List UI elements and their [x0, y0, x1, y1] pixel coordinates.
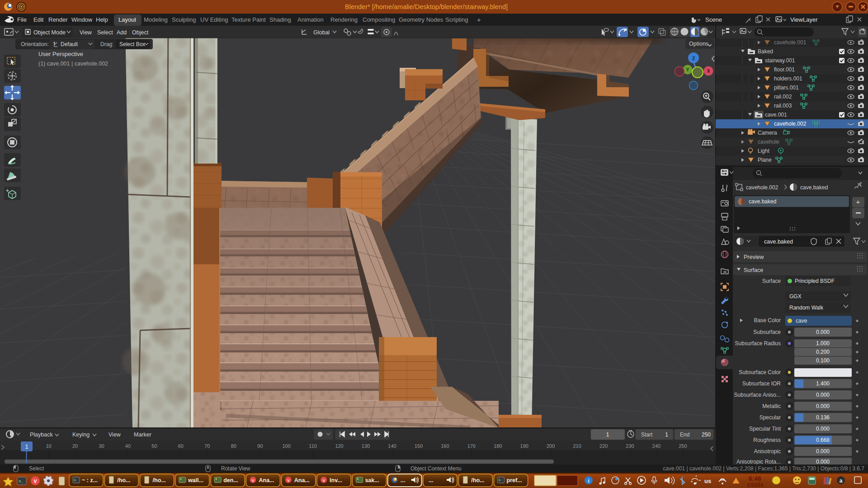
svg-text:cave.baked: cave.baked	[749, 198, 776, 205]
svg-text:cave.001 | cavehole.002 | Vert: cave.001 | cavehole.002 | Verts:2,208 | …	[663, 465, 864, 472]
svg-text:Anisotropic: Anisotropic	[754, 448, 781, 455]
svg-text:160: 160	[441, 443, 449, 449]
svg-text:sak...: sak...	[365, 477, 379, 483]
svg-text:Roughness: Roughness	[753, 437, 781, 443]
svg-text:Blender* [/home/amalie/Desktop: Blender* [/home/amalie/Desktop/blender/s…	[345, 3, 508, 10]
svg-text:cave.baked: cave.baked	[764, 239, 793, 245]
svg-text:Global: Global	[313, 29, 330, 36]
svg-text:Camera: Camera	[758, 130, 777, 136]
svg-text:0.000: 0.000	[816, 329, 830, 335]
svg-text:Compositing: Compositing	[363, 16, 395, 23]
svg-text:30: 30	[99, 443, 104, 449]
svg-text:Baked: Baked	[758, 48, 773, 55]
svg-text:1.400: 1.400	[816, 380, 830, 387]
svg-text:>: >	[74, 478, 76, 482]
svg-text:GGX: GGX	[789, 293, 802, 300]
svg-text:Default: Default	[61, 41, 78, 47]
svg-text:210: 210	[573, 443, 581, 449]
svg-text:User Perspective: User Perspective	[38, 51, 83, 57]
svg-text:holders.001: holders.001	[774, 75, 802, 82]
svg-text:Help: Help	[96, 16, 108, 23]
svg-text:1/15/24: 1/15/24	[747, 482, 764, 488]
svg-text:Drag:: Drag:	[100, 41, 113, 47]
svg-text:wall...: wall...	[188, 477, 203, 483]
svg-text:Layout: Layout	[118, 16, 136, 23]
svg-text:130: 130	[362, 443, 370, 449]
svg-text:Select: Select	[97, 29, 113, 36]
svg-text:Anisotropic Rota...: Anisotropic Rota...	[736, 459, 781, 465]
svg-text:Texture Paint: Texture Paint	[231, 16, 266, 23]
svg-text:Y: Y	[686, 67, 689, 72]
svg-text:150: 150	[415, 443, 423, 449]
svg-text:140: 140	[388, 443, 396, 449]
svg-text:Z: Z	[692, 56, 695, 61]
svg-text:(1) cave.001 | cavehole.002: (1) cave.001 | cavehole.002	[38, 61, 108, 67]
svg-text:Rotate View: Rotate View	[221, 465, 250, 472]
svg-text:floor.001: floor.001	[774, 66, 795, 73]
svg-text:pillars.001: pillars.001	[774, 84, 799, 91]
svg-text:cave: cave	[796, 318, 807, 324]
svg-text:>: >	[499, 478, 501, 482]
svg-text:Animation: Animation	[297, 16, 324, 23]
svg-text:cavehole.002: cavehole.002	[746, 184, 778, 191]
svg-text:Surface: Surface	[762, 278, 781, 284]
svg-text:Select Box: Select Box	[119, 41, 145, 47]
svg-text:Object Context Menu: Object Context Menu	[410, 465, 462, 472]
svg-text:110: 110	[309, 443, 317, 449]
svg-text:rail.002: rail.002	[774, 94, 792, 100]
svg-text:Principled BSDF: Principled BSDF	[795, 278, 835, 284]
svg-text:+: +	[477, 16, 481, 23]
svg-text:+: +	[856, 198, 860, 206]
svg-text:Specular: Specular	[760, 414, 781, 421]
svg-text:Start: Start	[641, 432, 653, 438]
svg-text:20: 20	[72, 443, 78, 449]
svg-text:Object: Object	[132, 29, 149, 36]
svg-text:Plane: Plane	[758, 157, 772, 163]
svg-text:Base Color: Base Color	[754, 317, 781, 324]
svg-text:Window: Window	[71, 16, 93, 23]
svg-text:1: 1	[606, 432, 609, 438]
svg-text:120: 120	[335, 443, 343, 449]
svg-text:70: 70	[204, 443, 210, 449]
svg-text:Shading: Shading	[269, 16, 291, 23]
svg-text:Options: Options	[689, 41, 708, 47]
svg-text:0.000: 0.000	[816, 426, 830, 432]
svg-text:cavehole: cavehole	[758, 139, 779, 145]
svg-text:170: 170	[467, 443, 476, 449]
svg-text:Surface: Surface	[744, 267, 763, 273]
svg-text:0.000: 0.000	[816, 459, 830, 465]
svg-text:Metallic: Metallic	[762, 403, 781, 409]
svg-text:/ho...: /ho...	[117, 477, 130, 483]
svg-text:Subsurface: Subsurface	[753, 329, 781, 335]
svg-text:250: 250	[679, 443, 687, 449]
svg-text:cavehole.001: cavehole.001	[774, 39, 807, 46]
svg-text:~ : z...: ~ : z...	[82, 477, 98, 483]
svg-text:Add: Add	[117, 29, 127, 36]
svg-text:Scene: Scene	[705, 16, 722, 23]
svg-text:cavehole.002: cavehole.002	[774, 121, 807, 127]
svg-text:a: a	[840, 478, 843, 484]
svg-text:40: 40	[125, 443, 131, 449]
svg-text:/ho...: /ho...	[153, 477, 166, 483]
svg-text:0.000: 0.000	[816, 392, 830, 398]
svg-text:Specular Tint: Specular Tint	[749, 426, 781, 432]
svg-text:Subsurface Radius: Subsurface Radius	[735, 340, 781, 347]
svg-text:1.000: 1.000	[816, 340, 830, 347]
svg-text:cave.baked: cave.baked	[800, 184, 828, 191]
svg-text:Marker: Marker	[134, 432, 151, 438]
svg-text:200: 200	[547, 443, 555, 449]
svg-text:80: 80	[231, 443, 236, 449]
svg-text:V: V	[322, 479, 325, 483]
svg-text:us: us	[704, 478, 711, 484]
svg-text:+: +	[6, 188, 9, 194]
svg-text:Ana...: Ana...	[294, 477, 310, 483]
svg-text:Edit: Edit	[33, 16, 44, 23]
svg-text:Ana...: Ana...	[259, 477, 274, 483]
svg-text:Light: Light	[758, 148, 770, 154]
svg-text:100: 100	[282, 443, 290, 449]
svg-text:250: 250	[702, 432, 711, 438]
svg-text:0.668: 0.668	[816, 437, 830, 443]
svg-text:0.000: 0.000	[816, 403, 830, 409]
svg-text:ViewLayer: ViewLayer	[790, 16, 818, 23]
svg-text:End: End	[680, 432, 689, 438]
